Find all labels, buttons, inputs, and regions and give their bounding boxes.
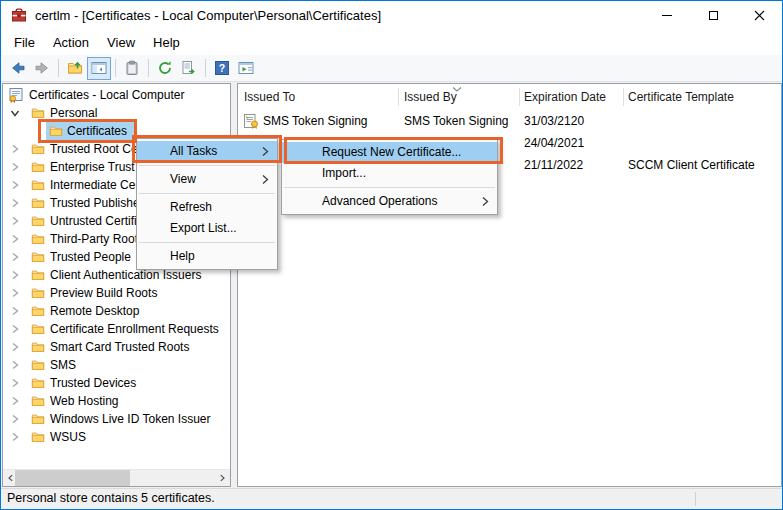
menu-item-import[interactable]: Import...	[282, 163, 497, 184]
up-folder-icon	[67, 60, 83, 76]
chevron-right-icon[interactable]	[10, 378, 20, 388]
menu-file[interactable]: File	[5, 31, 44, 54]
toolbar-separator	[148, 59, 149, 77]
console-tree-icon	[91, 60, 107, 76]
chevron-right-icon[interactable]	[10, 162, 20, 172]
folder-icon	[30, 358, 46, 372]
certificate-row-sms-token-signing[interactable]: SMS Token Signing SMS Token Signing 31/0…	[238, 110, 781, 132]
menu-item-request-new-certificate[interactable]: Request New Certificate...	[282, 142, 497, 163]
menu-item-advanced-operations[interactable]: Advanced Operations	[282, 191, 497, 212]
tree-item-certificates-local-computer[interactable]: Certificates - Local Computer	[3, 86, 230, 104]
chevron-right-icon[interactable]	[10, 414, 20, 424]
column-separator[interactable]	[623, 88, 624, 106]
folder-icon	[30, 250, 46, 264]
forward-button[interactable]	[30, 57, 54, 80]
column-header-issued-by[interactable]: Issued By	[404, 84, 457, 110]
menu-item-all-tasks[interactable]: All Tasks	[137, 141, 277, 162]
help-button[interactable]: ?	[210, 57, 234, 80]
menu-separator	[139, 193, 275, 194]
maximize-button[interactable]	[690, 1, 736, 29]
column-separator[interactable]	[398, 88, 399, 106]
folder-icon	[30, 232, 46, 246]
chevron-right-icon[interactable]	[10, 306, 20, 316]
tree-item-certificate-enrollment-requests[interactable]: Certificate Enrollment Requests	[3, 320, 230, 338]
submenu-arrow-icon	[261, 174, 270, 185]
certificate-store-root-icon	[8, 87, 24, 103]
chevron-right-icon[interactable]	[10, 324, 20, 334]
chevron-right-icon[interactable]	[10, 180, 20, 190]
certlm-window: certlm - [Certificates - Local Computer\…	[0, 0, 783, 510]
folder-icon	[30, 106, 46, 120]
forward-arrow-icon	[34, 60, 50, 76]
minimize-button[interactable]	[644, 1, 690, 29]
folder-icon	[30, 430, 46, 444]
mmc-app-icon	[11, 7, 27, 23]
tree-item-preview-build-roots[interactable]: Preview Build Roots	[3, 284, 230, 302]
list-column-headers: Issued To Issued By Expiration Date Cert…	[238, 84, 781, 110]
submenu-arrow-icon	[261, 146, 270, 157]
status-bar: Personal store contains 5 certificates.	[1, 488, 782, 509]
window-title: certlm - [Certificates - Local Computer\…	[35, 8, 381, 23]
export-list-icon	[181, 60, 197, 76]
chevron-right-icon[interactable]	[10, 234, 20, 244]
tree-item-sms[interactable]: SMS	[3, 356, 230, 374]
chevron-right-icon[interactable]	[10, 216, 20, 226]
chevron-right-icon[interactable]	[10, 198, 20, 208]
chevron-right-icon[interactable]	[10, 144, 20, 154]
menu-item-view[interactable]: View	[137, 169, 277, 190]
context-menu: All Tasks View Refresh Export List... He…	[136, 138, 278, 270]
sort-chevron-icon	[452, 86, 462, 93]
paste-button[interactable]	[120, 57, 144, 80]
toolbar-separator	[115, 59, 116, 77]
tree-item-trusted-devices[interactable]: Trusted Devices	[3, 374, 230, 392]
chevron-right-icon[interactable]	[10, 432, 20, 442]
chevron-right-icon[interactable]	[10, 270, 20, 280]
menu-action[interactable]: Action	[44, 31, 98, 54]
column-header-certificate-template[interactable]: Certificate Template	[628, 84, 734, 110]
tree-item-smart-card-trusted-roots[interactable]: Smart Card Trusted Roots	[3, 338, 230, 356]
tree-item-remote-desktop[interactable]: Remote Desktop	[3, 302, 230, 320]
maximize-icon	[709, 11, 718, 20]
tree-item-web-hosting[interactable]: Web Hosting	[3, 392, 230, 410]
certificate-icon	[243, 113, 259, 129]
back-button[interactable]	[6, 57, 30, 80]
up-one-level-button[interactable]	[63, 57, 87, 80]
chevron-right-icon[interactable]	[10, 342, 20, 352]
menu-bar: File Action View Help	[1, 29, 782, 55]
column-separator[interactable]	[519, 88, 520, 106]
tree-item-wsus[interactable]: WSUS	[3, 428, 230, 446]
menu-item-refresh[interactable]: Refresh	[137, 197, 277, 218]
svg-text:?: ?	[219, 62, 225, 74]
menu-item-help[interactable]: Help	[137, 246, 277, 267]
tree-item-personal[interactable]: Personal	[3, 104, 230, 122]
refresh-button[interactable]	[153, 57, 177, 80]
tree-horizontal-scrollbar[interactable]	[3, 469, 230, 486]
column-header-issued-to[interactable]: Issued To	[244, 84, 295, 110]
export-list-button[interactable]	[177, 57, 201, 80]
chevron-right-icon[interactable]	[10, 252, 20, 262]
folder-icon	[30, 376, 46, 390]
folder-icon	[30, 412, 46, 426]
chevron-right-icon[interactable]	[10, 360, 20, 370]
folder-icon	[30, 286, 46, 300]
chevron-right-icon[interactable]	[10, 288, 20, 298]
title-bar: certlm - [Certificates - Local Computer\…	[1, 1, 782, 29]
scroll-right-arrow-icon[interactable]	[214, 470, 230, 486]
scrollbar-thumb[interactable]	[15, 470, 130, 486]
close-icon	[754, 10, 765, 21]
show-taskpad-button[interactable]	[234, 57, 258, 80]
all-tasks-submenu: Request New Certificate... Import... Adv…	[281, 139, 498, 215]
menu-help[interactable]: Help	[144, 31, 189, 54]
menu-view[interactable]: View	[98, 31, 144, 54]
folder-icon	[30, 304, 46, 318]
close-button[interactable]	[736, 1, 782, 29]
clipboard-icon	[124, 60, 140, 76]
status-text: Personal store contains 5 certificates.	[7, 491, 215, 505]
chevron-expanded-icon[interactable]	[10, 108, 20, 118]
menu-item-export-list[interactable]: Export List...	[137, 218, 277, 239]
chevron-right-icon[interactable]	[10, 396, 20, 406]
taskpad-window-icon	[238, 60, 254, 76]
column-header-expiration-date[interactable]: Expiration Date	[524, 84, 606, 110]
show-console-tree-button[interactable]	[87, 57, 111, 80]
tree-item-windows-live-id-token-issuer[interactable]: Windows Live ID Token Issuer	[3, 410, 230, 428]
